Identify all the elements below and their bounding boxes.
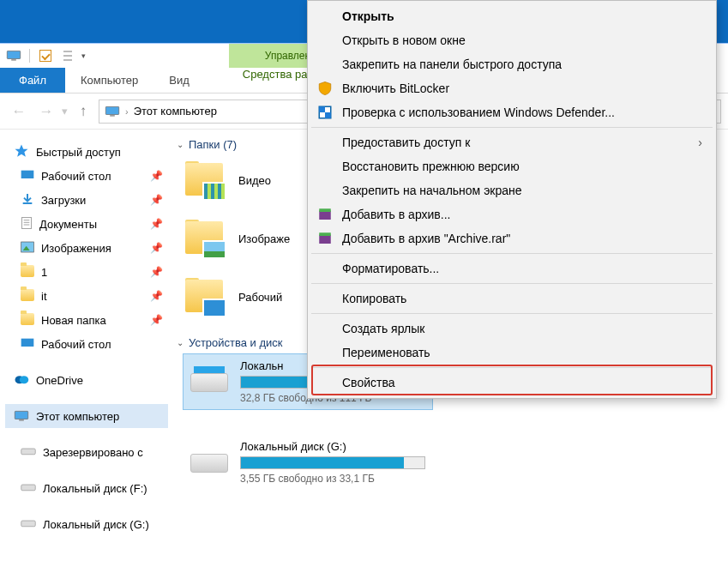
ctx-bitlocker[interactable]: Включить BitLocker <box>310 76 714 100</box>
pin-icon: 📌 <box>150 218 163 230</box>
sidebar-item-label: Новая папка <box>41 314 106 327</box>
shield-icon <box>316 80 334 97</box>
qat-properties-icon[interactable] <box>37 47 54 64</box>
ctx-label: Добавить в архив... <box>342 208 450 221</box>
folder-icon <box>184 220 225 257</box>
tab-view[interactable]: Вид <box>153 68 205 93</box>
folder-label: Изображе <box>238 232 290 245</box>
ctx-rename[interactable]: Переименовать <box>310 341 714 365</box>
svg-rect-7 <box>22 217 32 228</box>
svg-rect-23 <box>319 208 331 212</box>
sidebar-item-label: Быстрый доступ <box>36 146 121 159</box>
sidebar-item-folder-it[interactable]: it 📌 <box>5 284 168 308</box>
svg-rect-20 <box>21 521 36 527</box>
star-icon <box>14 143 29 161</box>
ctx-open[interactable]: Открыть <box>310 4 714 28</box>
sidebar-item-downloads[interactable]: Загрузки 📌 <box>5 188 168 212</box>
address-location[interactable]: Этот компьютер <box>134 105 217 118</box>
sidebar-reserved-drive[interactable]: Зарезервировано с <box>5 440 168 464</box>
desktop-icon <box>21 169 34 184</box>
svg-rect-18 <box>21 449 36 455</box>
folder-icon <box>184 161 225 199</box>
sidebar-item-folder-1[interactable]: 1 📌 <box>5 260 168 284</box>
ctx-pin-start[interactable]: Закрепить на начальном экране <box>310 178 714 202</box>
chevron-down-icon: ⌄ <box>177 338 184 347</box>
sidebar-item-desktop[interactable]: Рабочий стол 📌 <box>5 164 168 188</box>
folder-icon <box>21 289 34 304</box>
pin-icon: 📌 <box>150 170 163 182</box>
pictures-icon <box>21 241 34 256</box>
ctx-create-shortcut[interactable]: Создать ярлык <box>310 317 714 341</box>
svg-rect-13 <box>21 338 34 346</box>
context-menu: Открыть Открыть в новом окне Закрепить н… <box>307 0 717 399</box>
drive-icon <box>21 518 36 531</box>
svg-rect-2 <box>105 106 118 114</box>
ctx-label: Предоставить доступ к <box>342 136 470 149</box>
sidebar-item-label: Локальный диск (G:) <box>43 518 149 531</box>
defender-icon <box>316 104 334 121</box>
downloads-icon <box>21 192 34 208</box>
drive-icon <box>21 482 36 495</box>
sidebar-item-label: 1 <box>41 266 47 279</box>
pin-icon: 📌 <box>150 242 163 254</box>
drive-free-text: 3,55 ГБ свободно из 33,1 ГБ <box>240 473 425 485</box>
ctx-defender-scan[interactable]: Проверка с использованием Windows Defend… <box>310 100 714 124</box>
winrar-icon <box>316 230 334 247</box>
sidebar-item-label: Документы <box>39 218 97 231</box>
ctx-restore-previous[interactable]: Восстановить прежнюю версию <box>310 154 714 178</box>
chevron-down-icon: ⌄ <box>177 140 184 149</box>
tab-file[interactable]: Файл <box>0 68 65 93</box>
ctx-properties[interactable]: Свойства <box>310 371 714 395</box>
sidebar-item-new-folder[interactable]: Новая папка 📌 <box>5 308 168 332</box>
sidebar-item-label: Загрузки <box>41 194 86 207</box>
address-chevron[interactable]: › <box>125 106 129 117</box>
folder-icon <box>184 278 225 316</box>
folder-icon <box>21 313 34 328</box>
documents-icon <box>21 216 33 232</box>
ctx-format[interactable]: Форматировать... <box>310 256 714 280</box>
svg-rect-3 <box>110 115 115 116</box>
ctx-add-to-archive[interactable]: Добавить в архив... <box>310 202 714 226</box>
nav-history-caret[interactable]: ▾ <box>62 105 68 118</box>
sidebar-item-pictures[interactable]: Изображения 📌 <box>5 236 168 260</box>
nav-up-button[interactable]: ↑ <box>71 100 95 124</box>
sidebar-quick-access[interactable]: Быстрый доступ <box>5 140 168 164</box>
sidebar-local-g[interactable]: Локальный диск (G:) <box>5 512 168 536</box>
tab-computer[interactable]: Компьютер <box>65 68 153 93</box>
titlebar-separator <box>29 49 30 63</box>
drive-icon <box>21 446 36 459</box>
sidebar-item-desktop-2[interactable]: Рабочий стол <box>5 332 168 356</box>
folder-label: Рабочий <box>238 291 282 304</box>
ctx-pin-quick-access[interactable]: Закрепить на панели быстрого доступа <box>310 52 714 76</box>
sidebar-item-label: Локальный диск (F:) <box>43 482 147 495</box>
svg-rect-0 <box>7 51 20 58</box>
svg-rect-16 <box>15 411 27 419</box>
folder-label: Видео <box>238 174 271 187</box>
drive-name: Локальный диск (G:) <box>240 440 425 453</box>
nav-back-button[interactable]: ← <box>7 100 31 124</box>
submenu-arrow-icon: › <box>698 136 702 149</box>
sidebar-this-pc[interactable]: Этот компьютер <box>5 404 168 428</box>
pin-icon: 📌 <box>150 194 163 206</box>
ctx-label: Добавить в архив "Archive.rar" <box>342 232 510 245</box>
qat-new-icon[interactable] <box>61 47 78 64</box>
pin-icon: 📌 <box>150 266 163 278</box>
ctx-give-access[interactable]: Предоставить доступ к › <box>310 130 714 154</box>
svg-rect-1 <box>11 59 16 60</box>
onedrive-icon <box>14 374 29 387</box>
sidebar-local-f[interactable]: Локальный диск (F:) <box>5 476 168 500</box>
group-label: Устройства и диск <box>189 336 283 349</box>
svg-rect-6 <box>23 202 33 204</box>
qat-customize-caret[interactable]: ▾ <box>81 51 86 60</box>
drive-g[interactable]: Локальный диск (G:) 3,55 ГБ свободно из … <box>184 435 432 490</box>
ctx-add-to-archive-rar[interactable]: Добавить в архив "Archive.rar" <box>310 226 714 250</box>
group-label: Папки (7) <box>189 138 237 151</box>
folder-icon <box>21 265 34 280</box>
ctx-label: Проверка с использованием Windows Defend… <box>342 106 615 119</box>
ctx-copy[interactable]: Копировать <box>310 287 714 311</box>
nav-forward-button[interactable]: → <box>34 100 58 124</box>
sidebar-item-label: Рабочий стол <box>41 170 111 183</box>
ctx-open-new-window[interactable]: Открыть в новом окне <box>310 28 714 52</box>
sidebar-item-documents[interactable]: Документы 📌 <box>5 212 168 236</box>
sidebar-onedrive[interactable]: OneDrive <box>5 368 168 392</box>
